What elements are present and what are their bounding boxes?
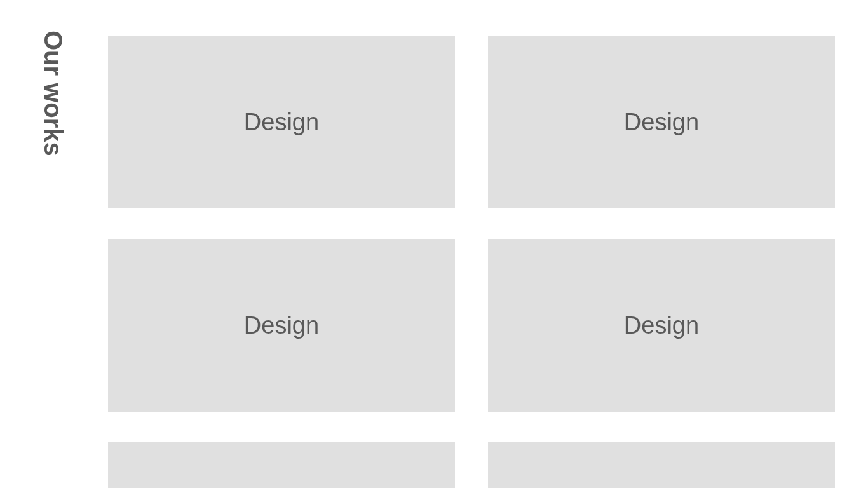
work-card[interactable]: Design — [108, 239, 455, 412]
work-card[interactable]: Design — [488, 36, 835, 208]
work-card-label: Design — [244, 312, 319, 339]
work-card-label: Design — [244, 109, 319, 136]
work-card[interactable]: Design — [488, 442, 835, 488]
work-card[interactable]: Design — [108, 442, 455, 488]
work-card[interactable]: Design — [488, 239, 835, 412]
work-card[interactable]: Design — [108, 36, 455, 208]
works-grid: Design Design Design Design Design Desig… — [108, 36, 835, 488]
page-title: Our works — [39, 30, 67, 156]
work-card-label: Design — [624, 109, 699, 136]
work-card-label: Design — [624, 312, 699, 339]
